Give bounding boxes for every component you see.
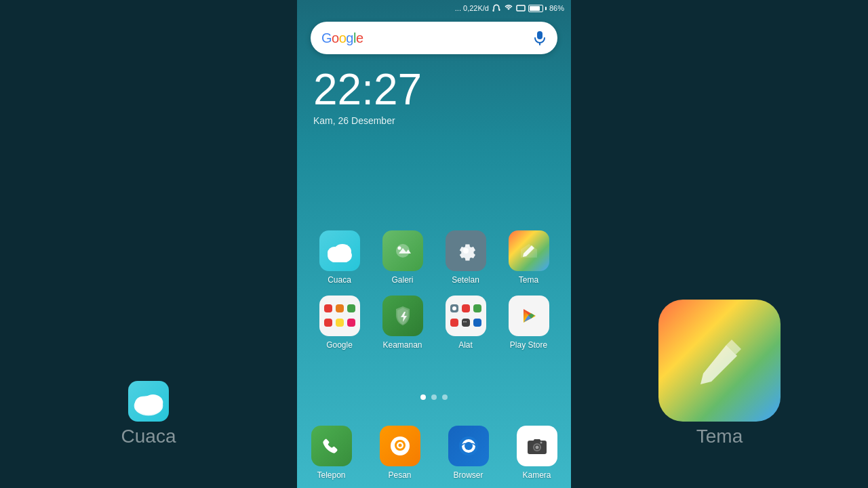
alat-icon: "" (446, 296, 486, 336)
tema-label: Tema (519, 275, 538, 285)
svg-point-27 (540, 442, 542, 444)
sync-icon (504, 3, 513, 13)
kamera-label: Kamera (522, 470, 551, 480)
svg-text:"": "" (463, 321, 467, 325)
app-kamera[interactable]: Kamera (510, 426, 564, 480)
browser-icon (448, 426, 489, 466)
app-google[interactable]: Google (313, 296, 367, 350)
side-right-label: Tema (696, 426, 743, 447)
browser-label: Browser (453, 470, 483, 480)
svg-point-19 (398, 444, 401, 447)
svg-point-12 (397, 247, 401, 250)
pesan-icon (380, 426, 420, 466)
clock-time: 22:27 (313, 68, 422, 111)
left-side-panel: Cuaca (0, 0, 297, 488)
cuaca-label: Cuaca (328, 275, 351, 285)
google-label: Google (326, 340, 353, 350)
phone-screen: ... 0,22K/d 86% Google (297, 0, 571, 488)
app-grid: Cuaca Galeri (308, 230, 560, 361)
app-galeri[interactable]: Galeri (376, 230, 430, 285)
headphone-icon (492, 3, 501, 13)
telepon-icon (311, 426, 352, 466)
svg-point-26 (535, 446, 538, 449)
right-side-panel: Tema (571, 0, 868, 488)
side-left-label: Cuaca (121, 426, 176, 447)
cuaca-icon (319, 230, 360, 271)
mic-icon[interactable] (533, 31, 547, 45)
side-right-icon (658, 300, 781, 422)
svg-point-3 (135, 400, 162, 414)
screen-icon (516, 5, 526, 12)
keamanan-icon (382, 296, 423, 336)
app-row-1: Cuaca Galeri (308, 230, 560, 285)
playstore-icon (509, 296, 549, 336)
dot-1[interactable] (420, 394, 426, 400)
keamanan-label: Keamanan (382, 340, 422, 350)
app-telepon[interactable]: Telepon (304, 426, 359, 480)
app-row-2: Google Keamanan (308, 296, 560, 350)
app-alat[interactable]: "" Alat (439, 296, 493, 350)
app-browser[interactable]: Browser (441, 426, 496, 480)
battery-icon (528, 5, 547, 12)
playstore-label: Play Store (510, 340, 547, 350)
setelan-label: Setelan (452, 275, 479, 285)
svg-point-13 (452, 306, 456, 310)
clock-date: Kam, 26 Desember (313, 115, 422, 126)
app-playstore[interactable]: Play Store (502, 296, 556, 350)
svg-rect-5 (537, 31, 542, 39)
dot-2[interactable] (431, 394, 437, 400)
side-left-icon (128, 381, 169, 422)
pesan-label: Pesan (388, 470, 411, 480)
status-bar: ... 0,22K/d 86% (297, 0, 571, 16)
app-pesan[interactable]: Pesan (373, 426, 427, 480)
clock-area: 22:27 Kam, 26 Desember (313, 68, 422, 126)
page-dots (297, 394, 571, 400)
google-logo: Google (321, 30, 363, 46)
network-status: ... 0,22K/d (455, 4, 489, 12)
galeri-icon (382, 230, 423, 271)
app-keamanan[interactable]: Keamanan (376, 296, 430, 350)
app-cuaca[interactable]: Cuaca (313, 230, 367, 285)
battery-percent: 86% (549, 4, 564, 12)
google-icon (319, 296, 360, 336)
kamera-icon (517, 426, 557, 466)
telepon-label: Telepon (317, 470, 345, 480)
galeri-label: Galeri (391, 275, 413, 285)
dot-3[interactable] (442, 394, 448, 400)
google-search-bar[interactable]: Google (311, 22, 557, 54)
app-tema[interactable]: Tema (502, 230, 556, 285)
dock: Telepon Pesan (297, 420, 571, 488)
svg-rect-4 (517, 5, 525, 11)
tema-icon (509, 230, 549, 271)
setelan-icon (446, 230, 486, 271)
alat-label: Alat (458, 340, 473, 350)
app-setelan[interactable]: Setelan (439, 230, 493, 285)
